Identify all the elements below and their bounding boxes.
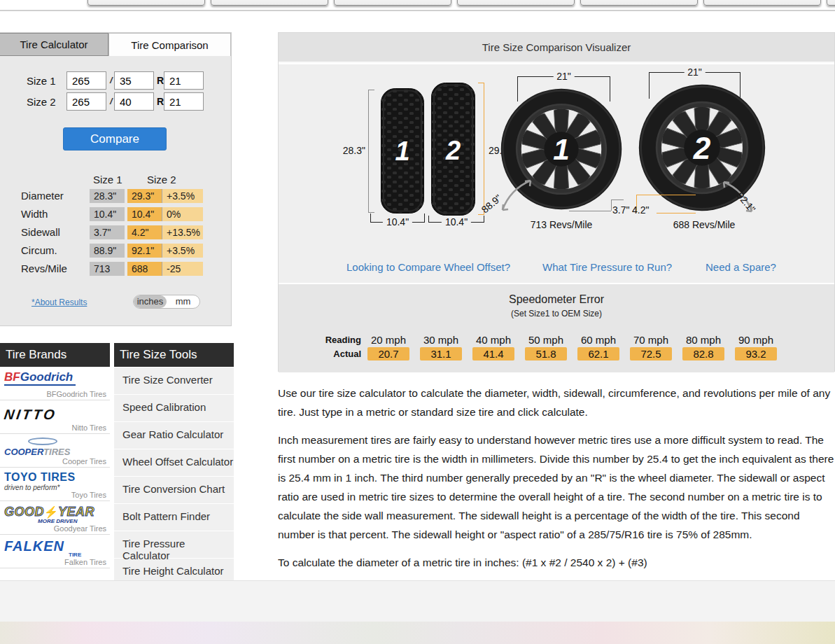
top-nav-button[interactable]: [580, 0, 698, 6]
units-option-inches[interactable]: inches: [134, 295, 167, 308]
wheel1-sidewall-line: [569, 211, 611, 211]
wheel1-sidewall-line: [611, 200, 612, 211]
bracket-tick: [368, 90, 374, 90]
tab-tire-calculator[interactable]: Tire Calculator: [0, 33, 108, 56]
result-size1-value: 10.4": [90, 207, 125, 221]
nitto-logo: NITTO: [3, 407, 57, 423]
units-toggle: inches mm: [133, 295, 200, 309]
brand-caption: Falken Tires: [64, 558, 106, 566]
results-col-header-size1: Size 1: [93, 174, 122, 186]
wheel1-sidewall-label: 3.7": [612, 204, 629, 216]
reading-row-label: Reading: [307, 335, 361, 345]
tire1-width-bracket: 10.4": [370, 214, 425, 223]
result-diff-value: +3.5%: [162, 189, 203, 203]
actual-value: 82.8: [682, 347, 724, 360]
wheel1-diameter-label: 21": [553, 71, 575, 82]
top-nav-button[interactable]: [827, 0, 835, 6]
tire-size-tools-panel: Tire Size Tools Tire Size Converter Spee…: [114, 343, 234, 585]
compare-button[interactable]: Compare: [63, 127, 167, 150]
top-nav-button[interactable]: [703, 0, 821, 6]
reading-value: 90 mph: [735, 334, 777, 346]
speedometer-subtitle: (Set Size1 to OEM Size): [279, 309, 834, 318]
reading-value: 30 mph: [420, 334, 462, 346]
page: Tire Calculator Tire Comparison Size 1 /…: [0, 0, 835, 644]
brand-caption: Goodyear Tires: [54, 524, 106, 533]
tool-item-bolt-pattern-finder[interactable]: Bolt Pattern Finder: [114, 504, 234, 531]
tool-item-gear-ratio-calculator[interactable]: Gear Ratio Calculator: [114, 422, 234, 449]
size2-aspect-input[interactable]: [114, 92, 154, 111]
actual-value: 41.4: [472, 347, 514, 360]
actual-value: 93.2: [735, 347, 777, 360]
top-nav-button[interactable]: [334, 0, 451, 6]
article-paragraph: Inch measurement tires are fairly easy t…: [278, 430, 835, 544]
wheel1-revs-label: 713 Revs/Mile: [505, 219, 617, 230]
wheel-offset-link[interactable]: Looking to Compare Wheel Offset?: [346, 261, 510, 273]
top-nav-button[interactable]: [211, 0, 328, 6]
toyo-logo: TOYO TIRES: [4, 471, 107, 484]
visualizer-title: Tire Size Comparison Visualizer: [279, 33, 834, 63]
bracket-tick: [478, 83, 484, 83]
size1-label: Size 1: [27, 75, 56, 87]
need-a-spare-link[interactable]: Need a Spare?: [706, 261, 776, 273]
result-diff-value: +13.5%: [162, 225, 203, 239]
actual-row-label: Actual: [307, 349, 361, 359]
size1-width-input[interactable]: [66, 71, 106, 90]
result-row-label: Revs/Mile: [21, 262, 67, 276]
tire-pressure-link[interactable]: What Tire Pressure to Run?: [542, 261, 672, 273]
result-diff-value: 0%: [162, 207, 203, 221]
size2-rim-input[interactable]: [164, 92, 204, 111]
wheel1-number: 1: [553, 133, 570, 166]
wheel2-diameter-label: 21": [684, 66, 706, 78]
wheel2-sidewall-label: 4.2": [632, 204, 649, 216]
tire-size-visualizer: Tire Size Comparison Visualizer 1: [278, 32, 835, 372]
tool-item-tire-size-converter[interactable]: Tire Size Converter: [114, 368, 234, 394]
tire-size-tools-header: Tire Size Tools: [114, 343, 234, 367]
reading-value: 80 mph: [682, 334, 724, 346]
tire2-height-bracket: [484, 83, 484, 215]
goodyear-tagline: MORE DRIVEN: [38, 518, 107, 524]
wheel1-diameter-bracket: 21": [517, 76, 610, 102]
size1-rim-input[interactable]: [164, 71, 204, 90]
brand-item-goodyear[interactable]: GOOD⚡YEAR MORE DRIVEN Goodyear Tires: [0, 501, 110, 535]
brand-item-cooper[interactable]: COOPERTIRES Cooper Tires: [0, 434, 110, 468]
brand-item-toyo[interactable]: TOYO TIRES driven to perform* Toyo Tires: [0, 468, 110, 501]
article-paragraph: To calculate the diameter of a metric ti…: [278, 553, 835, 572]
tire-side-view-1: 1: [381, 88, 424, 214]
result-size2-value: 92.1": [127, 244, 162, 258]
bracket-tick: [368, 212, 374, 213]
tool-item-tire-pressure-calculator[interactable]: Tire Pressure Calculator: [114, 531, 234, 558]
brand-item-partial: [0, 568, 110, 580]
brand-item-nitto[interactable]: NITTO Nitto Tires: [0, 400, 110, 434]
actual-value: 62.1: [577, 347, 619, 360]
top-nav-button[interactable]: [457, 0, 575, 6]
size1-aspect-input[interactable]: [114, 71, 154, 90]
wheel2-sidewall-bracket: [657, 213, 696, 214]
units-option-mm[interactable]: mm: [167, 295, 199, 308]
tire-brands-panel: Tire Brands BFGoodrich BFGoodrich Tires …: [0, 343, 110, 580]
wheel2-number: 2: [693, 131, 711, 165]
size2-width-input[interactable]: [66, 92, 106, 111]
results-col-header-size2: Size 2: [147, 174, 176, 186]
brand-item-falken[interactable]: FALKEN TIRE Falken Tires: [0, 535, 110, 568]
actual-value: 20.7: [367, 347, 409, 360]
speedometer-error-section: Speedometer Error (Set Size1 to OEM Size…: [279, 284, 834, 372]
result-diff-value: -25: [162, 262, 203, 276]
tire1-height-bracket: [368, 90, 369, 213]
tool-item-tire-conversion-chart[interactable]: Tire Conversion Chart: [114, 477, 234, 503]
tire-side-view-2: 2: [431, 83, 475, 216]
tool-item-wheel-offset-calculator[interactable]: Wheel Offset Calculator: [114, 449, 234, 476]
size1-r-label: R: [157, 75, 164, 86]
tab-tire-comparison[interactable]: Tire Comparison: [108, 33, 231, 56]
reading-value: 50 mph: [525, 334, 567, 346]
tool-item-speed-calibration[interactable]: Speed Calibration: [114, 395, 234, 421]
brand-item-bfgoodrich[interactable]: BFGoodrich BFGoodrich Tires: [0, 367, 110, 400]
tire-brands-header: Tire Brands: [0, 343, 110, 367]
top-nav-button[interactable]: [87, 0, 205, 6]
reading-value: 60 mph: [577, 334, 619, 346]
brand-caption: BFGoodrich Tires: [46, 390, 106, 398]
goodyear-logo: GOOD⚡YEAR: [4, 505, 107, 519]
tire1-width-label: 10.4": [383, 216, 412, 227]
result-size2-value: 688: [127, 262, 162, 276]
about-results-link[interactable]: *About Results: [31, 298, 87, 307]
result-size1-value: 88.9": [90, 244, 125, 258]
